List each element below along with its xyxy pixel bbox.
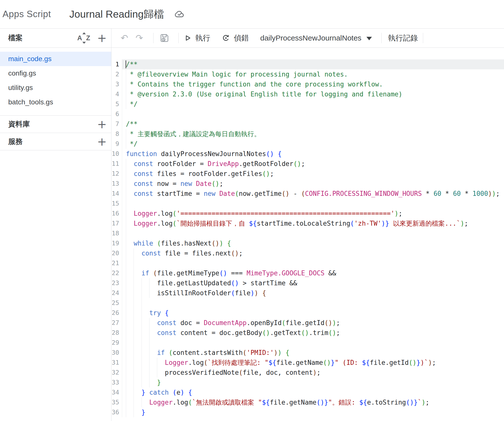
code-line[interactable]: 1/** [111,59,504,69]
code-line[interactable]: 20const file = files.next(); [111,248,504,258]
add-library-button[interactable]: + [97,119,107,130]
sort-files-icon[interactable]: A Z [77,30,91,46]
code-line-text[interactable]: if (file.getMimeType() === MimeType.GOOG… [122,268,504,278]
file-item[interactable]: batch_tools.gs [0,95,111,109]
code-line-text[interactable]: file.getLastUpdated() > startTime && [122,278,504,288]
code-line-text[interactable] [122,228,504,238]
code-line-text[interactable]: */ [122,139,504,149]
code-line[interactable]: 24isStillInRootFolder(file)) { [111,288,504,298]
indent-guide [126,69,130,79]
code-line[interactable]: 36} [111,407,504,417]
code-line[interactable]: 21 [111,258,504,268]
line-number: 25 [111,298,122,308]
code-line[interactable]: 11const rootFolder = DriveApp.getRootFol… [111,159,504,169]
code-line[interactable]: 18 [111,228,504,238]
code-line-text[interactable]: const doc = DocumentApp.openById(file.ge… [122,318,504,328]
code-line[interactable]: 14const startTime = new Date(now.getTime… [111,189,504,199]
code-line-text[interactable]: const now = new Date(); [122,179,504,189]
code-line[interactable]: 31Logger.log(`找到待處理筆記: "${file.getName()… [111,358,504,368]
code-line-text[interactable]: Logger.log('============================… [122,209,504,218]
code-line-text[interactable]: */ [122,99,504,109]
code-line-text[interactable]: * Contains the trigger function and the … [122,79,504,89]
code-line-text[interactable]: /** [122,119,504,129]
file-item[interactable]: config.gs [0,66,111,81]
code-line[interactable]: 7/** [111,119,504,129]
code-line-text[interactable]: const file = files.next(); [122,248,504,258]
code-line[interactable]: 29 [111,338,504,348]
code-line-text[interactable]: * @fileoverview Main logic for processin… [122,69,504,79]
code-line-text[interactable]: * @version 2.3.0 (Use original English t… [122,89,504,99]
add-service-button[interactable]: + [97,136,107,147]
code-line-text[interactable]: * 主要觸發函式，建議設定為每日自動執行。 [122,129,504,139]
code-line-text[interactable]: Logger.log(`開始掃描根目錄下，自 ${startTime.toLoc… [122,218,504,228]
project-title[interactable]: Journal Reading歸檔 [69,7,164,21]
code-area[interactable]: 1/**2* @fileoverview Main logic for proc… [111,48,504,421]
code-line-text[interactable]: const startTime = new Date(now.getTime()… [122,189,504,199]
function-selector[interactable]: dailyProcessNewJournalNotes [260,34,372,42]
file-item[interactable]: utility.gs [0,81,111,95]
code-line[interactable]: 16Logger.log('==========================… [111,209,504,218]
code-line-text[interactable]: const rootFolder = DriveApp.getRootFolde… [122,159,504,169]
file-item[interactable]: main_code.gs [0,52,111,66]
code-line[interactable]: 26try { [111,308,504,318]
code-line[interactable]: 34} catch (e) { [111,387,504,397]
line-number: 18 [111,228,122,238]
code-line[interactable]: 22if (file.getMimeType() === MimeType.GO… [111,268,504,278]
line-number: 24 [111,288,122,298]
code-line[interactable]: 5*/ [111,99,504,109]
code-line-text[interactable]: const content = doc.getBody().getText().… [122,328,504,338]
code-line[interactable]: 15 [111,199,504,209]
code-line[interactable]: 33} [111,378,504,387]
code-line-text[interactable]: } catch (e) { [122,387,504,397]
save-button[interactable] [158,32,170,44]
code-line-text[interactable] [122,109,504,119]
code-line[interactable]: 27const doc = DocumentApp.openById(file.… [111,318,504,328]
code-line-text[interactable]: /** [122,59,504,69]
code-line[interactable]: 17Logger.log(`開始掃描根目錄下，自 ${startTime.toL… [111,218,504,228]
line-number: 31 [111,358,122,368]
code-line[interactable]: 9*/ [111,139,504,149]
line-number: 5 [111,99,122,109]
code-line-text[interactable] [122,298,504,308]
redo-button[interactable]: ↷ [133,32,145,44]
code-line[interactable]: 13const now = new Date(); [111,179,504,189]
code-line[interactable]: 12const files = rootFolder.getFiles(); [111,169,504,179]
code-line-text[interactable]: try { [122,308,504,318]
code-line[interactable]: 32processVerifiedNote(file, doc, content… [111,368,504,378]
indent-guide [126,238,134,248]
code-line[interactable]: 4* @version 2.3.0 (Use original English … [111,89,504,99]
code-line-text[interactable]: Logger.log(`無法開啟或讀取檔案 "${file.getName()}… [122,397,504,407]
code-line-text[interactable]: function dailyProcessNewJournalNotes() { [122,149,504,159]
code-line[interactable]: 3* Contains the trigger function and the… [111,79,504,89]
code-line-text[interactable]: } [122,378,504,387]
code-line[interactable]: 23file.getLastUpdated() > startTime && [111,278,504,288]
code-line[interactable]: 19while (files.hasNext()) { [111,238,504,248]
indent-guide [126,268,142,278]
debug-icon [222,34,230,42]
code-line[interactable]: 8* 主要觸發函式，建議設定為每日自動執行。 [111,129,504,139]
code-line[interactable]: 28const content = doc.getBody().getText(… [111,328,504,338]
code-line-text[interactable]: Logger.log(`找到待處理筆記: "${file.getName()}"… [122,358,504,368]
code-line[interactable]: 2* @fileoverview Main logic for processi… [111,69,504,79]
code-line-text[interactable]: const files = rootFolder.getFiles(); [122,169,504,179]
code-line-text[interactable]: while (files.hasNext()) { [122,238,504,248]
code-line[interactable]: 6 [111,109,504,119]
execution-log-button[interactable]: 執行記錄 [388,33,418,43]
run-button[interactable]: 執行 [184,33,210,43]
code-line[interactable]: 10function dailyProcessNewJournalNotes()… [111,149,504,159]
line-number: 30 [111,348,122,358]
code-line[interactable]: 30if (content.startsWith('PMID:')) { [111,348,504,358]
add-file-button[interactable]: + [97,32,107,44]
indent-guide [126,79,130,89]
code-line[interactable]: 35Logger.log(`無法開啟或讀取檔案 "${file.getName(… [111,397,504,407]
code-line-text[interactable] [122,258,504,268]
code-line-text[interactable]: processVerifiedNote(file, doc, content); [122,368,504,378]
code-line-text[interactable]: if (content.startsWith('PMID:')) { [122,348,504,358]
code-line-text[interactable] [122,199,504,209]
undo-button[interactable]: ↶ [118,32,130,44]
code-line-text[interactable] [122,338,504,348]
code-line-text[interactable]: isStillInRootFolder(file)) { [122,288,504,298]
code-line-text[interactable]: } [122,407,504,417]
code-line[interactable]: 25 [111,298,504,308]
debug-button[interactable]: 偵錯 [222,33,249,43]
